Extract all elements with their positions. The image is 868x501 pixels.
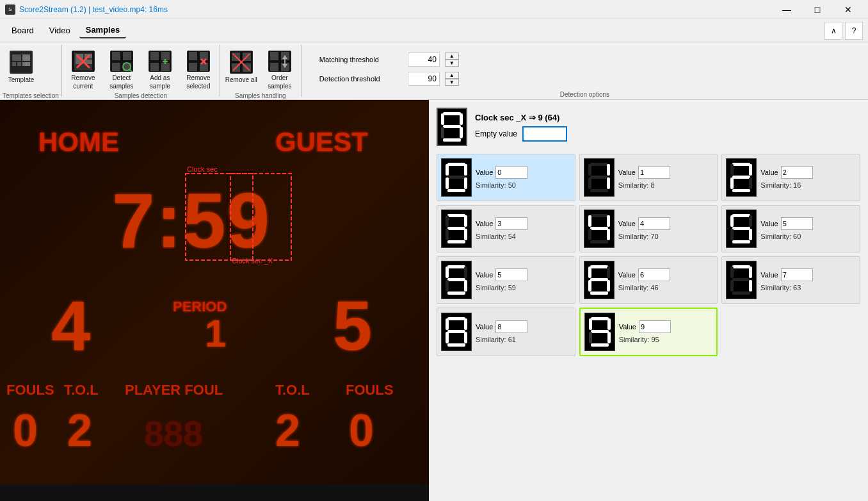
sample-value-row-4: Value [618,217,670,230]
template-icon [10,51,33,74]
svg-rect-162 [591,317,609,320]
remove-selected-button[interactable]: Remove selected [180,47,217,92]
sample-value-row-5b: Value [476,268,527,281]
sample-card-7[interactable]: Value Similarity: 63 [721,256,860,304]
svg-text:Clock sec: Clock sec [187,165,218,173]
sample-value-row-8: Value [476,320,527,333]
sample-digit-2 [726,158,757,197]
detection-threshold-down[interactable]: ▼ [445,79,459,86]
empty-value-input[interactable] [522,126,567,142]
sample-value-row-6: Value [618,268,670,281]
svg-rect-152 [732,292,750,295]
sample-digit-1 [584,158,615,197]
svg-rect-14 [112,52,120,60]
sample-value-input-0[interactable] [495,166,527,179]
svg-rect-23 [150,63,159,71]
order-samples-icon [268,51,291,72]
matching-threshold-down[interactable]: ▼ [445,60,459,67]
sample-card-4[interactable]: Value Similarity: 70 [579,205,718,252]
remove-selected-icon [187,51,210,72]
remove-current-button[interactable]: Remove current [65,47,102,92]
sample-card-1[interactable]: Value Similarity: 8 [579,154,718,201]
sample-value-row-2: Value [760,166,812,179]
sample-card-5b[interactable]: Value Similarity: 59 [437,256,575,304]
sample-info-4: Value Similarity: 70 [618,217,670,240]
sample-value-input-5b[interactable] [495,268,527,281]
svg-text:0: 0 [349,406,374,456]
svg-rect-42 [270,52,278,60]
menu-samples[interactable]: Samples [79,22,126,38]
svg-rect-95 [607,177,610,189]
sample-value-input-2[interactable] [781,166,813,179]
add-as-sample-button[interactable]: Add as sample [141,47,179,92]
svg-rect-139 [588,267,591,278]
sample-similarity-7: Similarity: 63 [760,284,812,292]
sample-value-input-5[interactable] [781,217,813,230]
svg-rect-100 [749,164,752,176]
sample-similarity-3: Similarity: 54 [476,233,527,240]
svg-rect-138 [590,265,608,268]
svg-rect-2 [12,62,16,66]
sample-card-8[interactable]: Value Similarity: 61 [437,308,575,356]
template-button[interactable]: Template [3,47,40,92]
sample-info-6: Value Similarity: 46 [618,268,670,292]
detection-threshold-input[interactable] [408,72,440,86]
menu-video[interactable]: Video [43,23,77,38]
sample-value-input-9[interactable] [639,320,671,333]
help-button[interactable]: ? [845,22,863,40]
close-button[interactable]: ✕ [833,0,863,19]
svg-rect-133 [447,278,465,281]
detect-samples-button[interactable]: Detect samples [103,47,140,92]
svg-rect-127 [749,229,752,240]
svg-rect-163 [589,318,592,330]
sample-card-9[interactable]: Value Similarity: 95 [579,308,718,356]
svg-rect-165 [591,330,609,333]
maximize-button[interactable]: □ [803,0,832,19]
sample-digit-7 [726,261,757,299]
svg-rect-109 [447,227,465,230]
sample-card-5[interactable]: Value Similarity: 60 [721,205,860,252]
svg-rect-1 [12,54,21,61]
order-samples-button[interactable]: Order samples [261,47,298,92]
sample-value-input-6[interactable] [638,268,670,281]
sample-value-row-3: Value [476,217,527,230]
svg-rect-92 [607,164,610,176]
sample-value-input-4[interactable] [638,217,670,230]
sample-card-6[interactable]: Value Similarity: 46 [579,256,718,304]
svg-rect-79 [460,127,463,138]
sample-digit-5 [726,209,757,248]
svg-rect-80 [443,138,461,142]
svg-rect-102 [730,177,734,189]
sample-card-0[interactable]: Value Similarity: 50 [437,154,575,201]
sample-card-3[interactable]: Value Similarity: 54 [437,205,575,252]
sample-info-8: Value Similarity: 61 [476,320,527,343]
collapse-button[interactable]: ∧ [824,22,842,40]
remove-all-button[interactable]: Remove all [223,47,260,92]
svg-rect-130 [447,265,465,268]
sample-value-input-7[interactable] [781,268,813,281]
svg-rect-111 [464,229,467,240]
sample-card-2[interactable]: Value Similarity: 16 [721,154,860,201]
matching-threshold-input[interactable] [408,53,440,67]
app-icon: S [5,4,15,15]
titlebar: S Score2Stream (1.2) | test_video.mp4: 1… [0,0,868,19]
sample-value-input-1[interactable] [638,166,670,179]
menu-board[interactable]: Board [5,23,40,38]
svg-rect-125 [732,227,750,230]
sample-value-input-8[interactable] [495,320,527,333]
matching-threshold-up[interactable]: ▲ [445,53,459,60]
svg-rect-94 [588,177,591,189]
svg-rect-155 [446,318,449,330]
svg-text:888: 888 [144,414,203,454]
detection-options-section: Matching threshold ▲ ▼ Detection thresho… [301,45,868,97]
svg-rect-143 [607,280,610,292]
sample-digit-4 [584,209,615,248]
svg-rect-82 [447,163,465,166]
sample-value-input-3[interactable] [495,217,527,230]
minimize-button[interactable]: — [772,0,801,19]
sample-similarity-2: Similarity: 16 [760,181,812,189]
detection-threshold-up[interactable]: ▲ [445,72,459,79]
svg-text:2: 2 [275,406,300,456]
matching-threshold-spinners: ▲ ▼ [445,53,459,67]
svg-rect-5 [22,62,30,66]
